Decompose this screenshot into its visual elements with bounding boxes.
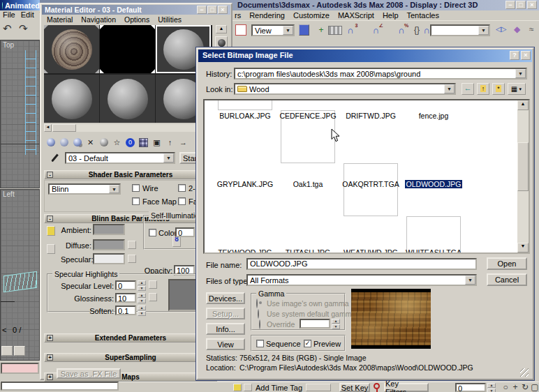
- scroll-left-icon[interactable]: ◄: [44, 124, 52, 132]
- keyboard-override-icon[interactable]: [328, 26, 342, 35]
- make-material-copy-icon[interactable]: [97, 135, 110, 149]
- diffuse-color-swatch[interactable]: [93, 239, 125, 250]
- align-icon[interactable]: ◆: [514, 24, 520, 34]
- undo-icon[interactable]: ↶: [3, 22, 12, 35]
- chevron-down-icon[interactable]: ▼: [465, 276, 475, 285]
- file-label[interactable]: WHITEASH.TGA: [402, 248, 465, 254]
- current-frame-field[interactable]: 0: [455, 383, 486, 392]
- snap-toggle-3d-icon[interactable]: ∩3: [347, 25, 353, 36]
- put-to-library-icon[interactable]: ☆: [110, 135, 124, 149]
- file-label[interactable]: TEKWOOD.JPG: [214, 248, 276, 254]
- two-sided-checkbox[interactable]: [178, 184, 186, 192]
- chevron-down-icon[interactable]: ▼: [478, 26, 489, 35]
- scroll-up-icon[interactable]: ▲: [517, 100, 529, 110]
- add-time-tag-label[interactable]: Add Time Tag: [256, 384, 302, 392]
- file-label[interactable]: GRYPLANK.JPG: [214, 180, 276, 188]
- close-icon[interactable]: ×: [527, 1, 537, 9]
- minimize-icon[interactable]: −: [505, 1, 515, 9]
- specular-level-map-button[interactable]: [149, 280, 157, 289]
- open-button[interactable]: Open: [487, 257, 527, 270]
- specular-level-field[interactable]: 0: [115, 280, 136, 290]
- show-end-result-icon[interactable]: ▣: [150, 135, 163, 149]
- material-id-channel-icon[interactable]: 0: [124, 135, 137, 149]
- file-thumbnail[interactable]: [344, 163, 398, 216]
- menu-tentacles[interactable]: Tentacles: [403, 10, 443, 20]
- menu-utilities[interactable]: Utilities: [154, 15, 186, 24]
- time-tag-arrow-icon[interactable]: [244, 384, 252, 391]
- top-viewport[interactable]: Top: [0, 40, 40, 188]
- key-mode-icon[interactable]: [374, 383, 380, 389]
- chevron-down-icon[interactable]: ▼: [163, 153, 174, 163]
- sample-slot-2[interactable]: [100, 25, 155, 73]
- angle-snap-icon[interactable]: ∩∠: [372, 25, 378, 36]
- maximize-icon[interactable]: □: [207, 6, 217, 14]
- left-viewport[interactable]: Left: [0, 189, 40, 361]
- menu-file[interactable]: File: [0, 10, 18, 20]
- chevron-down-icon[interactable]: ▼: [515, 69, 526, 78]
- chevron-down-icon[interactable]: ▼: [444, 84, 455, 93]
- frame-spinner[interactable]: ▲▼: [487, 383, 496, 392]
- cancel-button[interactable]: Cancel: [487, 273, 527, 286]
- devices-button[interactable]: Devices...: [206, 292, 245, 304]
- rollout-supersampling[interactable]: +SuperSampling: [44, 353, 217, 362]
- rollout-shader-basic[interactable]: -Shader Basic Parameters: [44, 170, 217, 179]
- select-and-manipulate-icon[interactable]: +: [314, 23, 328, 37]
- go-to-parent-icon[interactable]: ↑: [163, 135, 177, 149]
- chevron-down-icon[interactable]: ▼: [109, 185, 119, 193]
- save-as-fx-file-button[interactable]: Save as .FX File: [57, 368, 121, 379]
- file-label[interactable]: TUTASH.JPG: [276, 248, 339, 254]
- named-selection-dropdown[interactable]: ▼: [430, 24, 490, 36]
- wire-checkbox[interactable]: [132, 184, 140, 192]
- files-of-type-dropdown[interactable]: All Formats ▼: [246, 274, 477, 286]
- slots-scroll-up-icon[interactable]: ▲: [216, 25, 227, 33]
- preview-checkbox[interactable]: ✓: [304, 340, 311, 347]
- soften-field[interactable]: 0.1: [115, 306, 136, 315]
- chevron-down-icon[interactable]: ▼: [283, 26, 293, 35]
- gamma-override-field[interactable]: [300, 319, 330, 329]
- file-label[interactable]: CEDFENCE.JPG: [276, 112, 339, 120]
- maxscript-mini-listener-pink[interactable]: [1, 363, 39, 374]
- self-illum-color-checkbox[interactable]: [149, 229, 156, 236]
- diffuse-map-button[interactable]: [128, 241, 136, 249]
- assign-material-to-selection-icon[interactable]: [71, 135, 84, 149]
- lock-diffuse-specular-icon[interactable]: [47, 244, 55, 254]
- specular-map-button[interactable]: [128, 255, 136, 263]
- gamma-use-image-radio[interactable]: [256, 299, 258, 308]
- file-list-scrollbar[interactable]: ▲ ▼: [517, 100, 529, 252]
- view-button[interactable]: View: [206, 338, 245, 350]
- set-key-button[interactable]: Set Key: [339, 383, 370, 392]
- info-button[interactable]: Info...: [206, 323, 245, 335]
- menu-rendering[interactable]: Rendering: [245, 10, 289, 20]
- face-map-checkbox[interactable]: [132, 197, 140, 205]
- maximize-viewport-icon[interactable]: ▢: [528, 380, 539, 392]
- minimize-icon[interactable]: −: [197, 6, 207, 14]
- named-selection-sets-icon[interactable]: {}: [414, 25, 420, 35]
- shader-type-dropdown[interactable]: Blinn ▼: [48, 183, 121, 195]
- pick-material-eyedropper-icon[interactable]: [51, 154, 59, 163]
- soften-spinner[interactable]: ▲▼: [138, 306, 146, 315]
- put-material-to-scene-icon[interactable]: [57, 135, 71, 149]
- file-list[interactable]: BURLOAK.JPG CEDFENCE.JPG DRIFTWD.JPG fen…: [203, 99, 530, 254]
- close-icon[interactable]: ×: [521, 51, 531, 60]
- glossiness-spinner[interactable]: ▲▼: [138, 293, 146, 303]
- restore-icon[interactable]: □: [516, 1, 526, 9]
- reset-map-icon[interactable]: ✕: [84, 135, 97, 149]
- menu-edit[interactable]: Edit: [18, 10, 37, 20]
- get-material-icon[interactable]: [44, 135, 57, 149]
- file-name-input[interactable]: OLDWOOD.JPG: [246, 258, 477, 270]
- back-icon[interactable]: ←: [462, 83, 474, 95]
- sequence-checkbox[interactable]: [256, 340, 264, 347]
- layer-manager-icon[interactable]: ≈: [529, 24, 534, 34]
- material-name-dropdown[interactable]: 03 - Default ▼: [65, 152, 175, 164]
- glossiness-field[interactable]: 10: [115, 293, 136, 303]
- go-forward-to-sibling-icon[interactable]: →: [177, 135, 190, 149]
- sample-slot-5[interactable]: [100, 75, 155, 123]
- gamma-use-system-radio[interactable]: [258, 309, 259, 319]
- lock-ambient-diffuse-icon[interactable]: [47, 226, 55, 236]
- use-pivot-center-icon[interactable]: [299, 24, 309, 36]
- help-icon[interactable]: ?: [510, 51, 519, 60]
- menu-modifiers-clipped[interactable]: rs: [230, 10, 245, 20]
- create-new-folder-icon[interactable]: *: [492, 83, 505, 95]
- specular-level-spinner[interactable]: ▲▼: [138, 280, 146, 290]
- gamma-override-radio[interactable]: [259, 319, 260, 329]
